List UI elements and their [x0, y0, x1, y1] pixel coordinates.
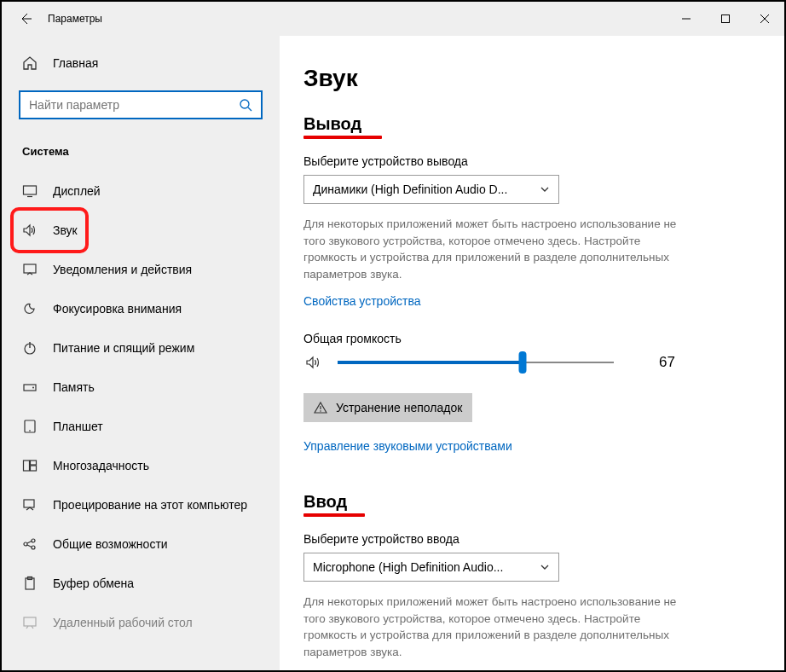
slider-thumb[interactable] — [519, 351, 527, 374]
minimize-icon — [681, 14, 691, 24]
chevron-down-icon — [540, 184, 550, 194]
titlebar: Параметры — [2, 2, 784, 36]
shared-icon — [22, 536, 38, 552]
sidebar-item-label: Проецирование на этот компьютер — [53, 498, 247, 512]
svg-rect-2 — [24, 186, 37, 194]
search-icon — [237, 98, 254, 112]
search-box[interactable] — [19, 90, 263, 119]
sidebar-item-focus[interactable]: Фокусировка внимания — [2, 289, 280, 328]
svg-rect-11 — [24, 500, 34, 507]
sidebar-home-label: Главная — [53, 56, 98, 70]
svg-rect-9 — [31, 461, 37, 465]
search-input[interactable] — [27, 97, 237, 113]
sidebar-item-label: Удаленный рабочий стол — [53, 616, 193, 629]
output-heading: Вывод — [303, 114, 361, 134]
speaker-icon — [303, 354, 324, 371]
input-heading: Ввод — [303, 492, 347, 512]
warning-icon — [314, 401, 327, 414]
sidebar-item-shared[interactable]: Общие возможности — [2, 524, 280, 564]
svg-point-6 — [32, 387, 34, 389]
svg-point-12 — [24, 542, 27, 546]
home-icon — [22, 55, 38, 71]
window-title: Параметры — [44, 13, 102, 25]
chevron-down-icon — [540, 562, 550, 572]
svg-rect-17 — [24, 617, 36, 626]
multitask-icon — [22, 458, 38, 473]
window-controls — [667, 2, 784, 36]
arrow-left-icon — [19, 12, 32, 26]
sidebar-item-display[interactable]: Дисплей — [2, 171, 280, 211]
power-icon — [22, 340, 38, 356]
output-hint: Для некоторых приложений может быть наст… — [303, 216, 679, 282]
annotation-underline — [303, 513, 365, 517]
sidebar: Главная Система Дисплей — [2, 36, 280, 670]
sidebar-item-remote[interactable]: Удаленный рабочий стол — [2, 603, 280, 642]
input-device-value: Microphone (High Definition Audio... — [313, 560, 503, 574]
sidebar-item-label: Уведомления и действия — [53, 263, 192, 276]
svg-rect-0 — [722, 15, 730, 23]
annotation-underline — [303, 136, 382, 139]
sidebar-home[interactable]: Главная — [2, 46, 280, 80]
output-select-label: Выберите устройство вывода — [303, 154, 750, 168]
focus-icon — [22, 301, 38, 316]
svg-point-14 — [32, 546, 35, 549]
sidebar-item-projecting[interactable]: Проецирование на этот компьютер — [2, 485, 280, 524]
maximize-icon — [720, 14, 731, 24]
notifications-icon — [22, 262, 38, 277]
sidebar-item-label: Буфер обмена — [53, 576, 134, 590]
sidebar-item-multitask[interactable]: Многозадачность — [2, 446, 280, 485]
maximize-button[interactable] — [706, 2, 745, 36]
remote-icon — [22, 615, 38, 630]
back-button[interactable] — [7, 2, 44, 36]
sidebar-item-clipboard[interactable]: Буфер обмена — [2, 564, 280, 603]
sidebar-group-label: Система — [2, 125, 280, 165]
volume-label: Общая громкость — [303, 332, 750, 345]
sidebar-item-label: Звук — [53, 223, 78, 237]
sidebar-item-sound[interactable]: Звук — [2, 211, 280, 250]
sidebar-item-label: Фокусировка внимания — [53, 302, 182, 316]
svg-point-13 — [32, 539, 35, 542]
clipboard-icon — [22, 576, 38, 591]
sidebar-item-label: Многозадачность — [53, 459, 149, 472]
input-select-label: Выберите устройство ввода — [303, 532, 750, 546]
sidebar-item-label: Планшет — [53, 420, 103, 433]
volume-slider[interactable] — [338, 354, 614, 371]
sidebar-item-storage[interactable]: Память — [2, 368, 280, 407]
close-button[interactable] — [745, 2, 784, 36]
tablet-icon — [22, 419, 38, 434]
display-icon — [22, 183, 38, 199]
close-icon — [760, 14, 770, 24]
manage-sound-devices-link[interactable]: Управление звуковыми устройствами — [303, 439, 512, 453]
sidebar-item-tablet[interactable]: Планшет — [2, 407, 280, 446]
troubleshoot-button[interactable]: Устранение неполадок — [303, 393, 472, 422]
sidebar-item-power[interactable]: Питание и спящий режим — [2, 328, 280, 368]
output-device-value: Динамики (High Definition Audio D... — [313, 182, 507, 196]
content-area: Звук Вывод Выберите устройство вывода Ди… — [280, 36, 784, 670]
svg-rect-3 — [24, 264, 36, 273]
slider-fill — [338, 361, 523, 364]
sidebar-item-label: Память — [53, 380, 95, 394]
projecting-icon — [22, 497, 38, 513]
storage-icon — [22, 379, 38, 395]
output-device-properties-link[interactable]: Свойства устройства — [303, 294, 421, 308]
sidebar-item-notifications[interactable]: Уведомления и действия — [2, 250, 280, 289]
page-title: Звук — [303, 65, 750, 92]
input-hint: Для некоторых приложений может быть наст… — [303, 594, 679, 660]
sound-icon — [22, 223, 38, 238]
volume-row: 67 — [303, 354, 679, 371]
svg-point-18 — [320, 410, 321, 412]
input-device-select[interactable]: Microphone (High Definition Audio... — [303, 553, 559, 582]
settings-window: Параметры Главная — [2, 2, 784, 670]
sidebar-item-label: Питание и спящий режим — [53, 341, 194, 355]
troubleshoot-label: Устранение неполадок — [336, 401, 462, 414]
svg-rect-10 — [31, 466, 37, 471]
output-device-select[interactable]: Динамики (High Definition Audio D... — [303, 175, 559, 204]
sidebar-item-label: Общие возможности — [53, 537, 168, 551]
minimize-button[interactable] — [667, 2, 706, 36]
sidebar-item-label: Дисплей — [53, 184, 101, 198]
volume-value: 67 — [627, 354, 679, 371]
sidebar-nav: Дисплей Звук Уведомления и действия — [2, 165, 280, 642]
svg-rect-8 — [24, 461, 30, 471]
svg-point-1 — [240, 100, 249, 108]
